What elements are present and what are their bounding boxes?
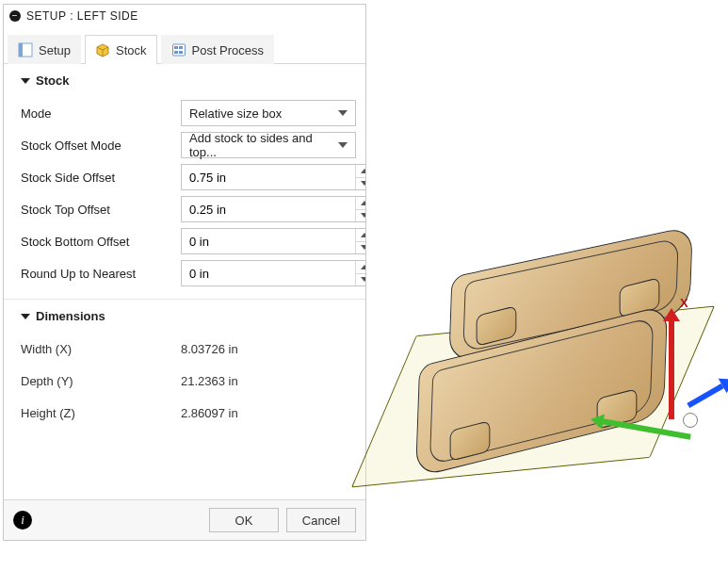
panel-titlebar: − SETUP : LEFT SIDE xyxy=(4,5,365,27)
step-down-button[interactable] xyxy=(356,242,365,254)
panel-title: SETUP : LEFT SIDE xyxy=(26,9,138,23)
top-offset-field[interactable] xyxy=(181,196,365,222)
depth-value: 21.2363 in xyxy=(181,374,356,388)
height-label: Height (Z) xyxy=(21,406,181,420)
section-title: Stock xyxy=(36,73,69,88)
step-up-button[interactable] xyxy=(356,261,365,274)
tab-label: Stock xyxy=(116,43,147,57)
step-up-button[interactable] xyxy=(356,197,365,210)
section-dimensions-header[interactable]: Dimensions xyxy=(4,300,365,331)
depth-label: Depth (Y) xyxy=(21,374,181,388)
model-viewport[interactable]: X Z xyxy=(372,0,728,587)
mode-value: Relative size box xyxy=(189,106,282,121)
round-up-input[interactable] xyxy=(182,261,355,285)
svg-rect-1 xyxy=(19,43,23,57)
svg-rect-2 xyxy=(172,44,185,56)
top-offset-input[interactable] xyxy=(182,197,355,221)
section-dimensions: Width (X) 8.03726 in Depth (Y) 21.2363 i… xyxy=(4,331,365,438)
tab-label: Post Process xyxy=(192,43,265,57)
mode-label: Mode xyxy=(21,106,181,121)
top-offset-label: Stock Top Offset xyxy=(21,203,181,217)
offset-mode-label: Stock Offset Mode xyxy=(21,139,181,153)
svg-rect-5 xyxy=(174,51,178,54)
info-icon[interactable]: i xyxy=(13,511,32,530)
post-process-icon xyxy=(171,42,186,57)
section-stock-header[interactable]: Stock xyxy=(4,64,365,95)
step-down-button[interactable] xyxy=(356,274,365,286)
offset-mode-select[interactable]: Add stock to sides and top... xyxy=(181,132,356,158)
setup-icon xyxy=(18,42,33,57)
bottom-offset-input[interactable] xyxy=(182,229,355,253)
cancel-button[interactable]: Cancel xyxy=(286,508,356,532)
collapse-icon[interactable]: − xyxy=(9,10,21,22)
tab-stock[interactable]: Stock xyxy=(85,35,157,64)
step-up-button[interactable] xyxy=(356,229,365,242)
chevron-down-icon xyxy=(338,110,348,116)
stock-icon xyxy=(95,42,110,57)
side-offset-label: Stock Side Offset xyxy=(21,171,181,185)
panel-footer: i OK Cancel xyxy=(4,499,365,540)
width-label: Width (X) xyxy=(21,342,181,356)
mode-select[interactable]: Relative size box xyxy=(181,100,356,126)
svg-rect-6 xyxy=(179,51,183,54)
tab-label: Setup xyxy=(39,43,71,57)
chevron-down-icon xyxy=(338,142,348,148)
step-down-button[interactable] xyxy=(356,210,365,222)
axis-z-icon xyxy=(687,383,723,408)
step-down-button[interactable] xyxy=(356,178,365,190)
width-value: 8.03726 in xyxy=(181,342,356,356)
chevron-down-icon xyxy=(21,314,30,319)
tab-setup[interactable]: Setup xyxy=(8,35,81,64)
side-offset-input[interactable] xyxy=(182,165,355,189)
setup-panel: − SETUP : LEFT SIDE Setup Stock Post Pro… xyxy=(3,4,366,541)
side-offset-field[interactable] xyxy=(181,164,365,190)
offset-mode-value: Add stock to sides and top... xyxy=(189,131,338,159)
round-up-field[interactable] xyxy=(181,260,365,286)
bottom-offset-field[interactable] xyxy=(181,228,365,254)
svg-rect-3 xyxy=(174,46,178,49)
ok-button[interactable]: OK xyxy=(209,508,279,532)
tabs: Setup Stock Post Process xyxy=(4,27,365,64)
step-up-button[interactable] xyxy=(356,165,365,178)
round-up-label: Round Up to Nearest xyxy=(21,267,181,281)
svg-rect-4 xyxy=(179,46,183,49)
axis-origin xyxy=(683,413,698,428)
tab-post-process[interactable]: Post Process xyxy=(161,35,275,64)
height-value: 2.86097 in xyxy=(181,406,356,420)
section-title: Dimensions xyxy=(36,309,105,323)
bottom-offset-label: Stock Bottom Offset xyxy=(21,235,181,249)
panel-body: Stock Mode Relative size box Stock Offse… xyxy=(4,64,365,499)
section-stock: Mode Relative size box Stock Offset Mode… xyxy=(4,95,365,299)
chevron-down-icon xyxy=(21,78,30,84)
